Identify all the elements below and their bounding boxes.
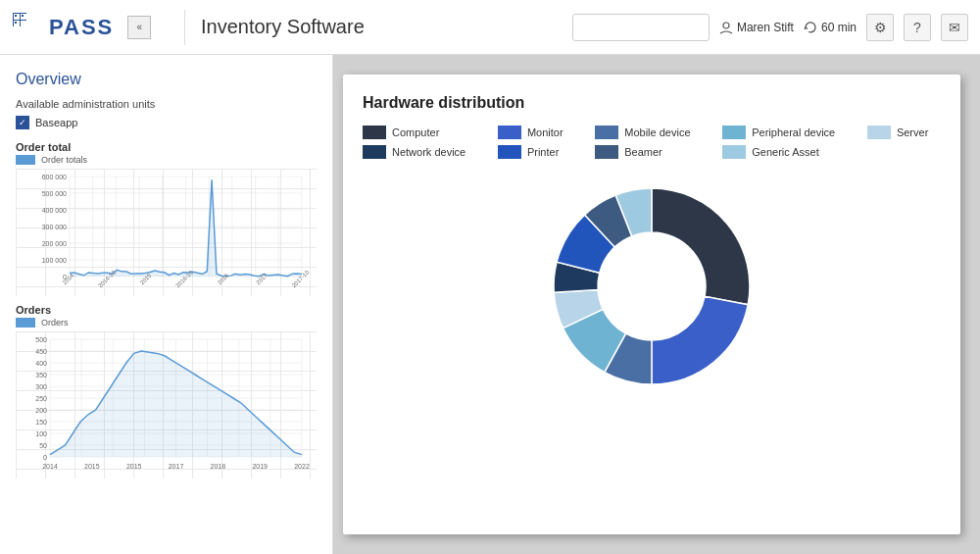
- pass-logo-icon: [12, 12, 43, 43]
- mail-button[interactable]: ✉: [941, 14, 968, 41]
- legend-swatch-server: [867, 126, 891, 139]
- collapse-button[interactable]: «: [127, 16, 151, 39]
- topbar: PASS « Inventory Software Maren Stift 60…: [0, 0, 980, 55]
- hw-legend: ComputerMonitorMobile devicePeripheral d…: [363, 126, 941, 159]
- order-total-legend: Order totals: [16, 155, 317, 165]
- legend-swatch-printer: [498, 145, 521, 159]
- hw-card-title: Hardware distribution: [363, 94, 941, 112]
- orders-legend-color: [16, 318, 35, 327]
- user-icon: [719, 21, 733, 34]
- svg-rect-5: [15, 15, 17, 17]
- legend-item-mobile-device: Mobile device: [595, 126, 703, 139]
- legend-swatch-generic-asset: [722, 145, 746, 159]
- order-total-chart-section: Order total Order totals: [16, 141, 317, 296]
- baseapp-row: ✓ Baseapp: [16, 116, 317, 129]
- right-area: Hardware distribution ComputerMonitorMob…: [333, 55, 980, 554]
- title-separator: [184, 10, 185, 45]
- legend-text-server: Server: [897, 126, 928, 138]
- orders-legend-label: Orders: [41, 318, 69, 327]
- orders-chart-section: Orders Orders: [16, 304, 317, 478]
- donut-center-circle: [600, 234, 704, 338]
- app-title: Inventory Software: [201, 16, 365, 38]
- orders-canvas: [16, 331, 310, 478]
- donut-container: [363, 169, 941, 404]
- legend-text-printer: Printer: [527, 146, 559, 158]
- legend-swatch-network-device: [363, 145, 386, 159]
- legend-text-mobile-device: Mobile device: [624, 126, 690, 138]
- timer-label: 60 min: [821, 21, 857, 34]
- overview-title: Overview: [16, 71, 317, 88]
- legend-item-printer: Printer: [498, 145, 575, 159]
- orders-legend: Orders: [16, 318, 317, 327]
- user-name: Maren Stift: [737, 21, 794, 34]
- legend-swatch-computer: [363, 126, 386, 139]
- admin-units-label: Available administration units: [16, 98, 317, 110]
- orders-chart: [16, 331, 317, 478]
- order-total-legend-color: [16, 155, 35, 165]
- legend-item-server: Server: [867, 126, 941, 139]
- topbar-right: Maren Stift 60 min ⚙ ? ✉: [572, 14, 968, 41]
- settings-button[interactable]: ⚙: [866, 14, 894, 41]
- order-total-canvas: [16, 169, 310, 296]
- user-info: Maren Stift: [719, 21, 794, 34]
- left-panel: Overview Available administration units …: [0, 55, 333, 554]
- order-total-chart: [16, 169, 317, 296]
- svg-rect-4: [21, 21, 26, 26]
- legend-swatch-beamer: [595, 145, 618, 159]
- refresh-icon: [804, 21, 817, 34]
- legend-item-monitor: Monitor: [498, 126, 575, 139]
- logo-area: PASS «: [12, 12, 169, 43]
- search-input[interactable]: [572, 14, 710, 41]
- baseapp-label: Baseapp: [35, 117, 77, 128]
- pass-logo-text: PASS: [49, 15, 114, 40]
- orders-title: Orders: [16, 304, 317, 316]
- legend-item-beamer: Beamer: [595, 145, 703, 159]
- legend-text-network-device: Network device: [392, 146, 466, 158]
- timer-info: 60 min: [804, 21, 857, 34]
- order-total-title: Order total: [16, 141, 317, 153]
- legend-item-network-device: Network device: [363, 145, 478, 159]
- legend-item-peripheral-device: Peripheral device: [722, 126, 848, 139]
- legend-text-beamer: Beamer: [624, 146, 662, 158]
- hardware-card: Hardware distribution ComputerMonitorMob…: [343, 75, 960, 534]
- legend-item-generic-asset: Generic Asset: [722, 145, 848, 159]
- svg-rect-7: [15, 22, 17, 24]
- legend-swatch-mobile-device: [595, 126, 618, 139]
- legend-swatch-monitor: [498, 126, 521, 139]
- legend-text-peripheral-device: Peripheral device: [752, 126, 835, 138]
- main-content: Overview Available administration units …: [0, 55, 980, 554]
- svg-point-8: [723, 23, 729, 28]
- legend-item-computer: Computer: [363, 126, 478, 139]
- svg-rect-6: [22, 15, 24, 17]
- order-total-legend-label: Order totals: [41, 155, 87, 165]
- legend-text-computer: Computer: [392, 126, 439, 138]
- legend-swatch-peripheral-device: [722, 126, 746, 139]
- donut-chart: [524, 169, 779, 404]
- baseapp-checkbox[interactable]: ✓: [16, 116, 29, 129]
- legend-text-monitor: Monitor: [527, 126, 564, 138]
- legend-text-generic-asset: Generic Asset: [752, 146, 818, 158]
- help-button[interactable]: ?: [904, 14, 931, 41]
